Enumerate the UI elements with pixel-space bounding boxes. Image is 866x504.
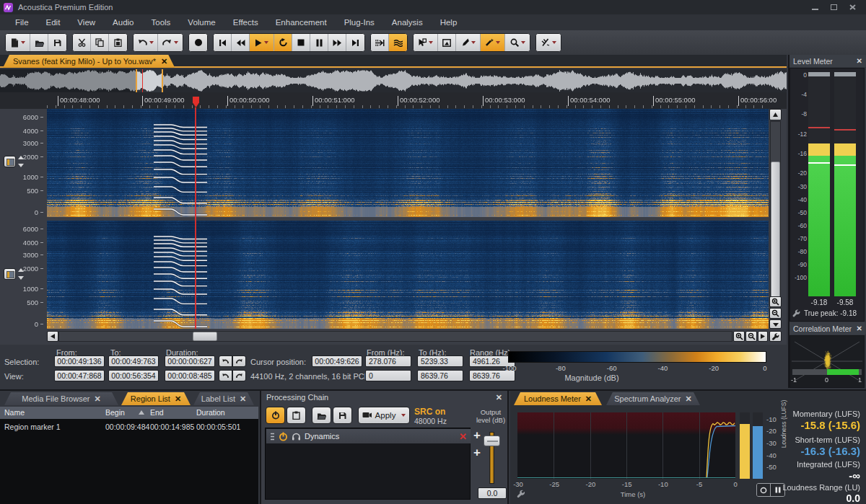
redo-dropdown-caret-icon[interactable] [174, 41, 178, 44]
level-meter-close-icon[interactable]: ✕ [857, 57, 862, 65]
output-level-slider-thumb[interactable] [484, 436, 500, 446]
selection-undo-button[interactable] [219, 355, 232, 367]
effect-power-icon[interactable] [279, 432, 288, 441]
cursor-position-field[interactable]: 00:00:49:626 [312, 355, 362, 367]
loudness-tab-loudness-meter[interactable]: Loudness Meter✕ [514, 392, 602, 405]
level-meter-settings-wrench-icon[interactable] [792, 309, 800, 317]
menu-item-enhancement[interactable]: Enhancement [268, 16, 335, 29]
menu-item-audio[interactable]: Audio [105, 16, 141, 29]
magic-wand-tool-dropdown-caret-icon[interactable] [496, 41, 500, 44]
loudness-tab-spectrum-analyzer[interactable]: Spectrum Analyzer✕ [606, 392, 700, 405]
file-save-button[interactable] [48, 34, 66, 51]
drag-grip-icon[interactable] [270, 433, 275, 441]
chain-apply-button[interactable]: Apply [358, 407, 410, 424]
view-redo-button[interactable] [232, 370, 246, 381]
menu-item-effects[interactable]: Effects [225, 16, 266, 29]
spectral-view-button[interactable] [389, 34, 407, 51]
selection-from-hz-field[interactable]: 278.076 [365, 355, 411, 367]
menu-item-analysis[interactable]: Analysis [384, 16, 431, 29]
chain-open-button[interactable] [312, 407, 331, 424]
scroll-right-button[interactable] [758, 331, 768, 342]
menu-item-file[interactable]: File [7, 16, 37, 29]
scrub-tool-dropdown-caret-icon[interactable] [552, 41, 556, 44]
redo-button[interactable] [158, 34, 183, 51]
document-tab[interactable]: Svanes (feat King Milo) - Up to You.wav*… [3, 55, 175, 68]
loop-button[interactable] [274, 34, 292, 51]
selection-from-field[interactable]: 00:00:49:136 [54, 355, 105, 367]
channel-2-options-button[interactable] [4, 268, 16, 280]
brush-tool-dropdown-caret-icon[interactable] [471, 41, 476, 44]
vertical-zoom-in-button[interactable] [769, 296, 782, 307]
cut-button[interactable] [73, 34, 91, 51]
menu-item-plug-ins[interactable]: Plug-Ins [336, 16, 382, 29]
processing-chain-close-icon[interactable]: ✕ [496, 393, 502, 402]
tab-close-icon[interactable]: ✕ [585, 394, 592, 404]
stop-button[interactable] [292, 34, 310, 51]
minimize-button[interactable] [811, 3, 820, 12]
vertical-zoom-menu-button[interactable] [769, 319, 782, 329]
overview-selection-end-marker[interactable] [162, 69, 163, 92]
pause-button[interactable] [310, 34, 328, 51]
loudness-settings-wrench-icon[interactable] [516, 489, 525, 498]
view-undo-button[interactable] [219, 370, 232, 381]
column-header-begin[interactable]: Begin [105, 408, 125, 417]
chain-save-button[interactable] [333, 407, 352, 424]
menu-item-edit[interactable]: Edit [38, 16, 69, 29]
undo-button[interactable] [134, 34, 158, 51]
file-new-dropdown-caret-icon[interactable] [21, 41, 25, 44]
view-duration-field[interactable]: 00:00:08:485 [165, 370, 215, 381]
pointer-tool-dropdown-caret-icon[interactable] [429, 41, 433, 44]
magic-wand-tool-button[interactable] [481, 34, 505, 51]
column-header-name[interactable]: Name [4, 408, 25, 417]
lists-tab-media-file-browser[interactable]: Media File Browser✕ [4, 392, 118, 405]
paste-button[interactable] [109, 34, 127, 51]
menu-item-tools[interactable]: Tools [144, 16, 179, 29]
view-from-field[interactable]: 00:00:47:868 [54, 370, 105, 381]
selection-to-field[interactable]: 00:00:49:763 [108, 355, 159, 367]
region-list-header[interactable]: NameBeginEndDuration [0, 407, 258, 419]
output-level-value-field[interactable]: 0.0 [478, 487, 507, 499]
play-button[interactable] [250, 34, 274, 51]
menu-item-view[interactable]: View [69, 16, 103, 29]
close-window-button[interactable] [849, 3, 857, 12]
undo-dropdown-caret-icon[interactable] [149, 41, 154, 44]
channel-1-options-button[interactable] [4, 156, 16, 167]
horizontal-zoom-in-button[interactable] [733, 331, 745, 342]
scroll-up-button[interactable] [769, 109, 782, 120]
add-effect-button-2[interactable]: + [473, 446, 481, 460]
copy-button[interactable] [91, 34, 109, 51]
skip-end-button[interactable] [346, 34, 364, 51]
column-header-duration[interactable]: Duration [196, 408, 225, 417]
scrub-tool-button[interactable] [536, 34, 561, 51]
view-to-hz-field[interactable]: 8639.76 [417, 370, 463, 381]
skip-start-button[interactable] [214, 34, 232, 51]
vertical-scrollbar-thumb[interactable] [771, 162, 780, 299]
chain-paste-button[interactable] [287, 407, 306, 424]
lists-tab-region-list[interactable]: Region List✕ [121, 392, 191, 405]
menu-item-volume[interactable]: Volume [180, 16, 223, 29]
selection-duration-field[interactable]: 00:00:00:627 [165, 355, 215, 367]
time-select-tool-button[interactable] [438, 34, 456, 51]
brush-tool-button[interactable] [456, 34, 481, 51]
tab-close-icon[interactable]: ✕ [175, 394, 181, 404]
horizontal-zoom-out-button[interactable] [745, 331, 757, 342]
time-ruler[interactable]: 00:00:48:00000:00:49:00000:00:50:00000:0… [0, 92, 787, 109]
file-open-button[interactable] [30, 34, 48, 51]
tab-close-icon[interactable]: ✕ [94, 394, 100, 404]
zoom-tool-button[interactable] [505, 34, 530, 51]
rewind-button[interactable] [232, 34, 250, 51]
pointer-tool-button[interactable] [414, 34, 438, 51]
waveform-overview[interactable] [0, 69, 787, 92]
effect-monitor-headphones-icon[interactable] [292, 432, 301, 441]
maximize-button[interactable] [830, 3, 839, 12]
region-list-row[interactable]: Region marker 100:00:09:48400:00:14:9850… [0, 421, 258, 432]
selection-to-hz-field[interactable]: 5239.33 [417, 355, 463, 367]
horizontal-scrollbar-thumb[interactable] [193, 332, 217, 341]
scroll-left-button[interactable] [47, 331, 58, 342]
correlation-meter-close-icon[interactable]: ✕ [857, 324, 862, 332]
chain-effect-row[interactable]: Dynamics ✕ [266, 429, 471, 443]
overview-waveform-canvas[interactable] [0, 69, 787, 92]
file-new-button[interactable] [6, 34, 30, 51]
lists-tab-label-list[interactable]: Label List✕ [193, 392, 254, 405]
vertical-zoom-out-button[interactable] [769, 308, 782, 319]
